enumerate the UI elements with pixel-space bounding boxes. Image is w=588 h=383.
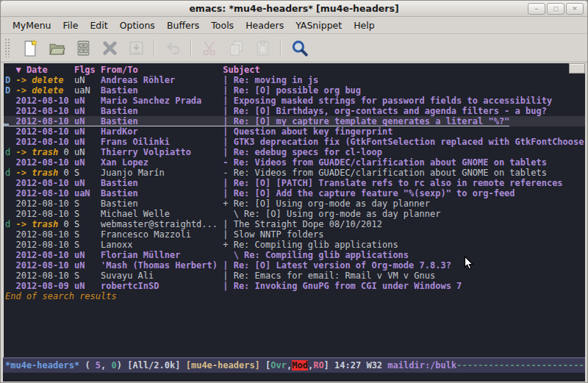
message-row[interactable]: D -> delete uN Andreas Röhler | Re: movi… [4,75,585,85]
mode-line[interactable]: *mu4e-headers* ( 5, 0) [All/2.0k] [mu4e-… [3,357,585,373]
message-row[interactable]: 2012-08-10 S Lanoxx + Re: Compiling glib… [4,240,585,250]
message-row[interactable]: d -> trash 0 S webmaster@straightd... | … [4,219,585,229]
mouse-cursor [464,256,475,274]
header-line[interactable]: ▼ Date Flgs From/To Subject [4,65,585,75]
message-row[interactable]: 2012-08-09 uN robertcInSD | Re: Invoking… [4,281,585,291]
menu-item-file[interactable]: File [57,18,85,32]
new-file-icon[interactable] [18,37,43,59]
message-row[interactable]: 2012-08-10 uN Bastien | Re: [O] Birthday… [4,106,585,116]
menu-item-tools[interactable]: Tools [205,18,240,32]
title-bar[interactable]: emacs: *mu4e-headers* [mu4e-headers] – ◻… [1,1,587,17]
message-row[interactable]: d -> trash 0 S Juanjo Marín - Re: Videos… [4,168,585,178]
copy-icon [223,37,248,59]
scrollbar-thumb[interactable] [569,63,585,74]
minibuffer-echo-area[interactable] [3,373,585,382]
message-row[interactable]: d -> trash 0 uN Thierry Volpiatto | Re: … [4,147,585,157]
maximize-button[interactable]: ◻ [547,3,564,15]
message-row[interactable]: 2012-08-10 uN Xan Lopez - Re: Videos fro… [4,157,585,168]
mu4e-headers-buffer: ▼ Date Flgs From/To Subject D -> delete … [3,62,585,357]
message-row[interactable]: 2012-08-10 S Francesco Mazzoli | Slow NN… [4,229,585,240]
cut-icon [197,37,222,59]
message-row[interactable]: D -> delete uaN Bastien | Re: [O] possib… [4,85,585,96]
toolbar-separator [154,39,155,57]
toolbar-grip-handle[interactable] [4,38,11,57]
paste-icon [250,37,275,59]
text-cursor [4,124,9,126]
menu-item-help[interactable]: Help [348,18,381,32]
menu-item-buffers[interactable]: Buffers [161,18,205,32]
minimize-button[interactable]: – [528,3,545,15]
message-row[interactable]: 2012-08-10 uN HardKor | Question about k… [4,126,585,137]
dired-icon[interactable] [71,37,96,59]
menu-item-mymenu[interactable]: MyMenu [7,18,57,32]
message-row[interactable]: 2012-08-10 uN Bastien | Re: [O] [PATCH] … [4,178,585,188]
message-row[interactable]: 2012-08-10 uN 'Mash (Thomas Herbert) | R… [4,260,585,271]
end-of-results-label: End of search results [4,291,585,301]
message-row[interactable]: 2012-08-10 S Michael Welle \ Re: [O] Usi… [4,209,585,219]
menu-item-headers[interactable]: Headers [240,18,290,32]
undo-icon [160,37,185,59]
save-buffer-icon [123,37,148,59]
menu-item-edit[interactable]: Edit [84,18,113,32]
close-button[interactable]: ✕ [566,3,584,15]
message-row[interactable]: 2012-08-10 S Suvayu Ali | Re: Emacs for … [4,271,585,281]
emacs-window: emacs: *mu4e-headers* [mu4e-headers] – ◻… [0,0,588,383]
menu-item-yasnippet[interactable]: YASnippet [290,18,348,32]
message-row-current[interactable]: 2012-08-10 uN Bastien | Re: [O] my captu… [4,116,585,126]
message-row[interactable]: 2012-08-10 uN Florian Müllner \ Re: Comp… [4,250,585,260]
close-buffer-icon[interactable] [97,37,122,59]
message-list: D -> delete uN Andreas Röhler | Re: movi… [4,75,585,291]
search-icon[interactable] [287,37,312,59]
message-row[interactable]: 2012-08-10 uaN Bastien | Re: [O] Add the… [4,188,585,198]
tool-bar [1,34,587,62]
window-title: emacs: *mu4e-headers* [mu4e-headers] [1,1,587,16]
open-file-icon[interactable] [44,37,69,59]
toolbar-separator [280,39,282,57]
message-row[interactable]: 2012-08-10 uN Mario Sanchez Prada | Expo… [4,96,585,106]
menu-item-options[interactable]: Options [114,18,161,32]
message-row[interactable]: 2012-08-10 S Bastien + Re: [O] Using org… [4,198,585,209]
toolbar-separator [190,39,192,57]
message-row[interactable]: 2012-08-10 uN Frans Oilinki | GTK3 depre… [4,137,585,147]
window-controls: – ◻ ✕ [528,3,584,15]
menu-bar: MyMenuFileEditOptionsBuffersToolsHeaders… [1,17,587,34]
